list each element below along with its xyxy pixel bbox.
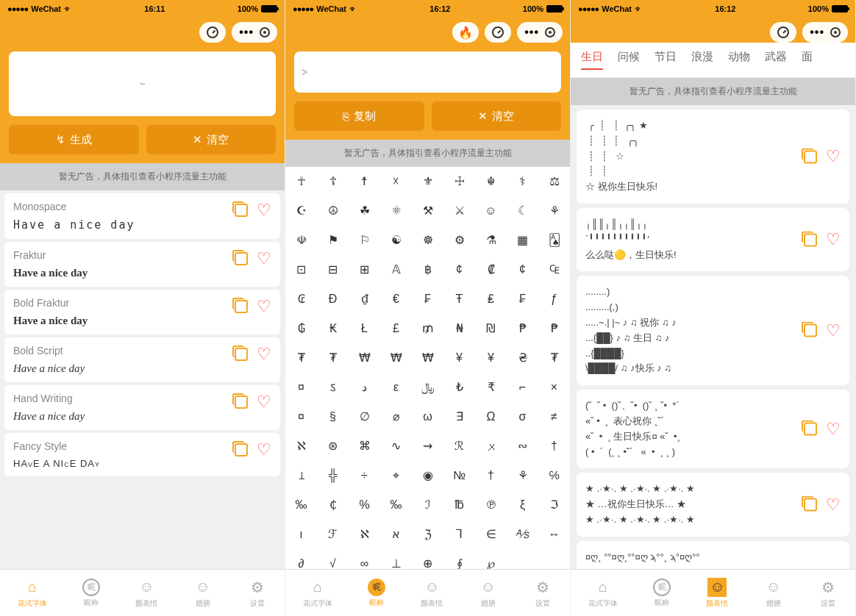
- heart-icon[interactable]: ♡: [257, 440, 271, 459]
- copy-icon[interactable]: [235, 348, 248, 361]
- symbol-cell[interactable]: 🂡: [538, 226, 570, 255]
- symbol-cell[interactable]: ⚙: [443, 226, 475, 255]
- copy-icon[interactable]: [804, 324, 817, 337]
- nav-颜表情[interactable]: ☺颜表情: [421, 578, 443, 609]
- emoticon-card[interactable]: (˘ ˘ • ()˘、˘• ()˘ ¸ ˘• *´ «˘ • ¸ 表心祝你 ¸˘…: [577, 390, 849, 468]
- symbol-cell[interactable]: ☥: [285, 167, 317, 196]
- symbol-cell[interactable]: σ: [507, 402, 538, 431]
- nav-设置[interactable]: ⚙设置: [818, 578, 838, 609]
- symbol-cell[interactable]: א: [380, 520, 412, 549]
- tab-节日[interactable]: 节日: [655, 50, 677, 70]
- symbol-cell[interactable]: ☮: [317, 196, 349, 226]
- heart-icon[interactable]: ♡: [257, 297, 271, 316]
- symbol-cell[interactable]: ⚘: [538, 196, 570, 226]
- emoticon-card[interactable]: ★ .·★·. ★ .·★·. ★ .·★·. ★ ★ …祝你生日快乐… ★ ★…: [577, 473, 849, 536]
- tab-浪漫[interactable]: 浪漫: [691, 50, 713, 70]
- symbol-cell[interactable]: ☺: [475, 196, 507, 226]
- symbol-cell[interactable]: ₪: [475, 314, 507, 343]
- text-input[interactable]: ~: [9, 51, 276, 116]
- font-card[interactable]: Bold FrakturHave a nice day♡: [4, 290, 280, 334]
- symbol-cell[interactable]: €: [380, 284, 412, 314]
- heart-icon[interactable]: ♡: [826, 567, 841, 569]
- symbol-cell[interactable]: ¤: [285, 402, 317, 431]
- symbol-cell[interactable]: ℗: [475, 490, 507, 520]
- heart-icon[interactable]: ♡: [826, 143, 841, 169]
- heart-icon[interactable]: ♡: [257, 345, 271, 364]
- symbol-cell[interactable]: ꭗ: [475, 431, 507, 461]
- symbol-cell[interactable]: ⇝: [412, 431, 443, 461]
- generate-button[interactable]: ↯生成: [9, 125, 139, 154]
- symbol-cell[interactable]: ⌘: [349, 431, 380, 461]
- symbol-cell[interactable]: ☸: [412, 226, 443, 255]
- symbol-cell[interactable]: ☾: [507, 196, 538, 226]
- symbol-cell[interactable]: ℛ: [443, 431, 475, 461]
- nav-颜表情[interactable]: ☺颜表情: [706, 578, 728, 609]
- font-card[interactable]: Bold ScriptHave a nice day♡: [4, 337, 280, 382]
- symbol-cell[interactable]: ⊥: [380, 549, 412, 569]
- symbol-cell[interactable]: ℵ: [349, 520, 380, 549]
- symbol-cell[interactable]: ξ: [507, 490, 538, 520]
- symbol-cell[interactable]: د: [349, 373, 380, 402]
- nav-设置[interactable]: ⚙设置: [248, 578, 267, 609]
- nav-花式字体[interactable]: ⌂花式字体: [303, 578, 332, 609]
- heart-icon[interactable]: ♡: [257, 249, 271, 268]
- emoticon-list[interactable]: ╭ ┊ ┊ ╭╮ ★ ┊ ┊ ┊ ╭╮ ┊ ┊ ☆ ┊ ┊ ☆ 祝你生日快乐!♡…: [571, 105, 855, 569]
- symbol-cell[interactable]: ∅: [349, 402, 380, 431]
- symbol-cell[interactable]: ∂: [285, 549, 317, 569]
- symbol-grid-scroll[interactable]: ☥☦☨☓⚜☩☬⚕⚖☪☮☘⚛⚒⚔☺☾⚘☫⚑⚐☯☸⚙⚗▦🂡⊡⊟⊞𝔸฿¢₡¢₠₢Đ₫€…: [285, 167, 570, 569]
- symbol-cell[interactable]: ⚖: [538, 167, 570, 196]
- heart-icon[interactable]: ♡: [826, 492, 841, 517]
- miniprogram-menu[interactable]: •••: [517, 22, 563, 43]
- nav-昵称[interactable]: 昵昵称: [653, 579, 671, 608]
- symbol-cell[interactable]: ⊟: [317, 255, 349, 284]
- copy-icon[interactable]: [235, 204, 248, 217]
- symbol-cell[interactable]: ƒ: [538, 284, 570, 314]
- symbol-cell[interactable]: ऽ: [317, 373, 349, 402]
- symbol-cell[interactable]: ₩: [380, 343, 412, 373]
- symbol-cell[interactable]: №: [443, 461, 475, 490]
- nav-昵称[interactable]: 昵昵称: [82, 579, 100, 608]
- symbol-cell[interactable]: Đ: [317, 284, 349, 314]
- symbol-cell[interactable]: ☩: [443, 167, 475, 196]
- symbol-cell[interactable]: ₣: [507, 284, 538, 314]
- symbol-cell[interactable]: ¢: [443, 255, 475, 284]
- symbol-cell[interactable]: Ω: [475, 402, 507, 431]
- copy-button[interactable]: ⎘复制: [294, 101, 424, 131]
- symbol-cell[interactable]: ⚘: [507, 461, 538, 490]
- emoticon-card[interactable]: ╭ ┊ ┊ ╭╮ ★ ┊ ┊ ┊ ╭╮ ┊ ┊ ☆ ┊ ┊ ☆ 祝你生日快乐!♡: [577, 110, 849, 204]
- symbol-cell[interactable]: ฿: [412, 255, 443, 284]
- symbol-cell[interactable]: ⚜: [412, 167, 443, 196]
- copy-icon[interactable]: [235, 300, 248, 313]
- symbol-cell[interactable]: ₴: [507, 343, 538, 373]
- flame-button[interactable]: 🔥: [452, 22, 479, 43]
- nav-颜表情[interactable]: ☺颜表情: [135, 578, 157, 609]
- history-button[interactable]: [770, 22, 796, 43]
- copy-icon[interactable]: [235, 395, 248, 409]
- symbol-cell[interactable]: ▦: [507, 226, 538, 255]
- symbol-cell[interactable]: ⚗: [475, 226, 507, 255]
- symbol-cell[interactable]: †: [538, 431, 570, 461]
- symbol-cell[interactable]: ⚐: [349, 226, 380, 255]
- tab-生日[interactable]: 生日: [581, 50, 603, 70]
- font-card[interactable]: Fancy StyleHAvE A NIcE DAy♡: [4, 433, 280, 476]
- copy-icon[interactable]: [235, 443, 248, 456]
- symbol-cell[interactable]: ‰: [285, 490, 317, 520]
- symbol-cell[interactable]: ☘: [349, 196, 380, 226]
- symbol-cell[interactable]: ∮: [443, 549, 475, 569]
- symbol-cell[interactable]: ¤: [285, 373, 317, 402]
- symbol-cell[interactable]: ∞: [349, 549, 380, 569]
- heart-icon[interactable]: ♡: [257, 201, 271, 220]
- symbol-cell[interactable]: ₠: [538, 255, 570, 284]
- symbol-cell[interactable]: ∃: [443, 402, 475, 431]
- miniprogram-menu[interactable]: •••: [232, 22, 277, 43]
- copy-icon[interactable]: [804, 150, 817, 163]
- copy-icon[interactable]: [804, 233, 817, 246]
- tab-动物[interactable]: 动物: [728, 50, 750, 70]
- symbol-cell[interactable]: ı: [285, 520, 317, 549]
- symbol-cell[interactable]: ℔: [443, 490, 475, 520]
- symbol-cell[interactable]: ₮: [538, 343, 570, 373]
- nav-翅膀[interactable]: ☺翅膀: [193, 578, 213, 609]
- symbol-cell[interactable]: ∈: [475, 520, 507, 549]
- symbol-cell[interactable]: †: [475, 461, 507, 490]
- symbol-cell[interactable]: ↔: [538, 520, 570, 549]
